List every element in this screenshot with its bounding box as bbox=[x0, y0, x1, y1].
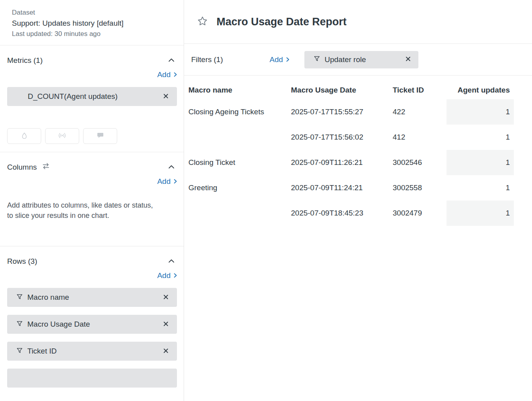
table-row: Closing Ageing Tickets 2025-07-17T15:55:… bbox=[188, 99, 532, 125]
macro-usage-date-cell: 2025-07-17T15:55:27 bbox=[291, 108, 393, 116]
chat-option-button[interactable] bbox=[83, 128, 117, 144]
chevron-up-icon bbox=[168, 57, 175, 63]
macro-usage-date-cell: 2025-07-09T11:26:21 bbox=[291, 158, 393, 167]
droplet-icon bbox=[21, 132, 27, 140]
report-main: Macro Usage Date Report Filters (1) Add … bbox=[184, 0, 532, 401]
row-chip-remove-button[interactable] bbox=[162, 347, 170, 356]
chevron-up-icon bbox=[168, 164, 175, 170]
metric-chip[interactable]: D_COUNT(Agent updates) bbox=[7, 87, 177, 106]
app-window: Dataset Support: Updates history [defaul… bbox=[0, 0, 532, 401]
table-row: 2025-07-09T18:45:23 3002479 1 bbox=[188, 200, 532, 226]
star-icon bbox=[197, 16, 208, 28]
dataset-last-updated: Last updated: 30 minutes ago bbox=[12, 30, 172, 38]
rows-title: Rows (3) bbox=[7, 257, 37, 266]
close-icon bbox=[406, 57, 410, 62]
filter-icon bbox=[17, 321, 23, 328]
ticket-id-cell: 412 bbox=[393, 133, 446, 142]
agent-updates-cell: 1 bbox=[446, 99, 514, 125]
table-row: Greeting 2025-07-09T11:24:21 3002558 1 bbox=[188, 175, 532, 200]
filter-icon bbox=[17, 294, 23, 301]
close-icon bbox=[163, 322, 168, 327]
ticket-id-cell: 422 bbox=[393, 108, 446, 116]
ticket-id-cell: 3002479 bbox=[393, 209, 446, 218]
macro-name-cell: Closing Ticket bbox=[188, 158, 291, 167]
filter-chip-label: Updater role bbox=[325, 55, 399, 64]
metrics-add-button[interactable]: Add bbox=[157, 70, 177, 79]
metrics-panel: Metrics (1) Add D_COUNT(Agent updates) bbox=[0, 45, 184, 152]
favorite-button[interactable] bbox=[196, 15, 209, 28]
agent-updates-cell: 1 bbox=[446, 150, 514, 175]
close-icon bbox=[163, 295, 168, 301]
filters-bar: Filters (1) Add Updater role bbox=[184, 44, 532, 76]
macro-usage-date-cell: 2025-07-09T18:45:23 bbox=[291, 209, 393, 218]
macro-usage-date-cell: 2025-07-09T11:24:21 bbox=[291, 183, 393, 192]
close-icon bbox=[163, 94, 168, 100]
metrics-collapse-button[interactable] bbox=[166, 56, 177, 65]
columns-add-label: Add bbox=[157, 177, 171, 186]
macro-name-cell: Closing Ageing Tickets bbox=[188, 108, 291, 116]
filter-icon bbox=[17, 348, 23, 355]
columns-title: Columns bbox=[7, 163, 37, 172]
filter-chip-updater-role[interactable]: Updater role bbox=[304, 51, 418, 68]
rows-add-label: Add bbox=[157, 271, 171, 280]
results-table: Macro name Macro Usage Date Ticket ID Ag… bbox=[184, 76, 532, 226]
chevron-right-icon bbox=[174, 177, 177, 186]
rows-add-button[interactable]: Add bbox=[157, 271, 177, 280]
columns-panel: Columns Add A bbox=[0, 152, 184, 246]
table-row: 2025-07-17T15:56:02 412 1 bbox=[188, 125, 532, 150]
rows-panel: Rows (3) Add Macro bbox=[0, 246, 184, 395]
dataset-label: Dataset bbox=[12, 9, 172, 17]
dataset-section: Dataset Support: Updates history [defaul… bbox=[0, 0, 184, 45]
row-chip-remove-button[interactable] bbox=[162, 320, 170, 329]
chevron-right-icon bbox=[286, 55, 289, 64]
filters-add-button[interactable]: Add bbox=[270, 55, 293, 64]
chevron-right-icon bbox=[174, 271, 177, 280]
macro-usage-date-cell: 2025-07-17T15:56:02 bbox=[291, 133, 393, 142]
report-title: Macro Usage Date Report bbox=[217, 16, 347, 28]
row-chip-ticket-id[interactable]: Ticket ID bbox=[7, 342, 177, 361]
row-chip-partial[interactable] bbox=[7, 369, 177, 388]
filters-title: Filters (1) bbox=[191, 55, 270, 64]
filter-icon bbox=[314, 56, 320, 63]
agent-updates-cell: 1 bbox=[446, 200, 514, 226]
row-chip-macro-usage-date[interactable]: Macro Usage Date bbox=[7, 315, 177, 334]
column-header: Ticket ID bbox=[393, 86, 446, 95]
row-chip-label: Macro name bbox=[27, 293, 157, 302]
chat-bubble-icon bbox=[97, 132, 104, 140]
swap-columns-icon[interactable] bbox=[42, 163, 50, 172]
row-chip-label: Ticket ID bbox=[27, 347, 157, 356]
agent-updates-cell: 1 bbox=[446, 175, 514, 200]
metric-display-options bbox=[7, 128, 177, 144]
dataset-name: Support: Updates history [default] bbox=[12, 19, 172, 28]
metrics-title: Metrics (1) bbox=[7, 56, 43, 65]
macro-name-cell: Greeting bbox=[188, 183, 291, 192]
broadcast-option-button[interactable] bbox=[45, 128, 79, 144]
columns-collapse-button[interactable] bbox=[166, 163, 177, 172]
column-header: Agent updates bbox=[446, 81, 514, 99]
row-chip-label: Macro Usage Date bbox=[27, 320, 157, 329]
close-icon bbox=[163, 348, 168, 354]
report-builder-sidebar: Dataset Support: Updates history [defaul… bbox=[0, 0, 184, 401]
filter-chip-remove-button[interactable] bbox=[404, 55, 412, 64]
rows-collapse-button[interactable] bbox=[166, 257, 177, 266]
columns-helper-text: Add attributes to columns, like dates or… bbox=[7, 200, 154, 221]
chevron-right-icon bbox=[174, 70, 177, 79]
report-header: Macro Usage Date Report bbox=[184, 0, 532, 44]
row-chip-remove-button[interactable] bbox=[162, 293, 170, 302]
chevron-up-icon bbox=[168, 258, 175, 264]
ticket-id-cell: 3002558 bbox=[393, 183, 446, 192]
metrics-add-label: Add bbox=[157, 70, 171, 79]
row-chip-macro-name[interactable]: Macro name bbox=[7, 288, 177, 307]
ticket-id-cell: 3002546 bbox=[393, 158, 446, 167]
agent-updates-cell: 1 bbox=[446, 125, 514, 150]
columns-add-button[interactable]: Add bbox=[157, 177, 177, 186]
table-row: Closing Ticket 2025-07-09T11:26:21 30025… bbox=[188, 150, 532, 175]
metric-chip-label: D_COUNT(Agent updates) bbox=[28, 92, 157, 101]
table-header-row: Macro name Macro Usage Date Ticket ID Ag… bbox=[188, 81, 532, 99]
metric-chip-remove-button[interactable] bbox=[162, 92, 170, 101]
column-header: Macro Usage Date bbox=[291, 86, 393, 95]
broadcast-icon bbox=[58, 132, 66, 140]
droplet-option-button[interactable] bbox=[7, 128, 41, 144]
filters-add-label: Add bbox=[270, 55, 283, 64]
column-header: Macro name bbox=[188, 86, 291, 95]
